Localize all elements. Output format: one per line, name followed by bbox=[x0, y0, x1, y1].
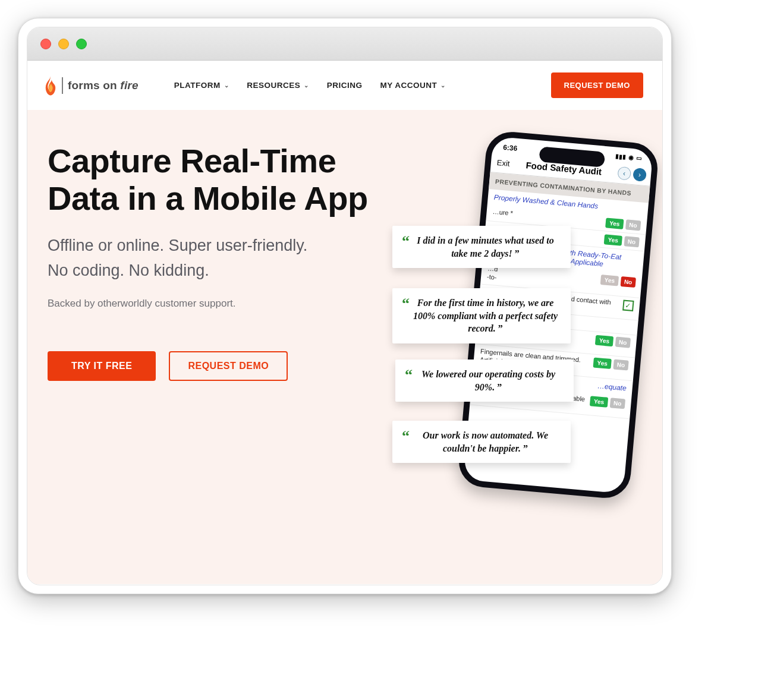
browser-titlebar bbox=[27, 27, 662, 61]
no-button[interactable]: No bbox=[620, 276, 636, 288]
yes-button[interactable]: Yes bbox=[604, 234, 622, 245]
hero-subtitle: Offline or online. Super user-friendly. … bbox=[48, 234, 380, 283]
no-button[interactable]: No bbox=[613, 360, 629, 371]
chevron-down-icon: ⌄ bbox=[441, 82, 446, 89]
hero-cta-row: TRY IT FREE REQUEST DEMO bbox=[48, 351, 380, 381]
chevron-down-icon: ⌄ bbox=[304, 82, 309, 89]
logo-text: forms on fire bbox=[68, 79, 139, 92]
nav-pricing[interactable]: PRICING bbox=[327, 81, 363, 90]
no-button[interactable]: No bbox=[624, 236, 640, 247]
nav-links: PLATFORM ⌄ RESOURCES ⌄ PRICING MY ACCOUN… bbox=[174, 81, 527, 90]
browser-frame-inner: forms on fire PLATFORM ⌄ RESOURCES ⌄ PRI… bbox=[27, 27, 663, 585]
testimonial-card: “ I did in a few minutes what used to ta… bbox=[392, 226, 571, 268]
hero-copy: Capture Real-Time Data in a Mobile App O… bbox=[48, 143, 380, 551]
window-minimize-icon[interactable] bbox=[58, 39, 69, 49]
request-demo-top-button[interactable]: REQUEST DEMO bbox=[551, 72, 643, 98]
testimonial-card: “ We lowered our operating costs by 90%. bbox=[395, 360, 574, 402]
logo-divider bbox=[62, 77, 63, 94]
quote-icon: “ bbox=[402, 431, 410, 455]
chevron-down-icon: ⌄ bbox=[224, 82, 229, 89]
nav-account[interactable]: MY ACCOUNT ⌄ bbox=[380, 81, 446, 90]
try-free-button[interactable]: TRY IT FREE bbox=[48, 351, 156, 381]
window-close-icon[interactable] bbox=[40, 39, 51, 49]
browser-frame-outer: forms on fire PLATFORM ⌄ RESOURCES ⌄ PRI… bbox=[18, 18, 672, 594]
nav-resources[interactable]: RESOURCES ⌄ bbox=[247, 81, 309, 90]
hero-title: Capture Real-Time Data in a Mobile App bbox=[48, 143, 380, 217]
wifi-icon: ◉ bbox=[628, 154, 634, 163]
yes-button[interactable]: Yes bbox=[590, 396, 608, 407]
testimonial-text: Our work is now automated. We couldn't b… bbox=[412, 429, 559, 455]
hero-support-text: Backed by otherworldly customer support. bbox=[48, 298, 380, 310]
testimonial-text: I did in a few minutes what used to take… bbox=[412, 234, 559, 260]
no-button[interactable]: No bbox=[609, 398, 625, 409]
no-button[interactable]: No bbox=[625, 219, 641, 231]
nav-resources-label: RESOURCES bbox=[247, 81, 300, 90]
testimonial-text: We lowered our operating costs by 90%. bbox=[415, 368, 562, 393]
window-maximize-icon[interactable] bbox=[76, 39, 87, 49]
yes-button[interactable]: Yes bbox=[595, 335, 613, 346]
request-demo-hero-button[interactable]: REQUEST DEMO bbox=[169, 351, 288, 381]
nav-platform-label: PLATFORM bbox=[174, 81, 221, 90]
battery-icon: ▭ bbox=[636, 154, 642, 163]
yes-button[interactable]: Yes bbox=[605, 217, 624, 229]
yes-button[interactable]: Yes bbox=[600, 275, 619, 286]
site-logo[interactable]: forms on fire bbox=[44, 75, 139, 96]
testimonial-card: “ For the first time in history, we are … bbox=[392, 288, 571, 343]
hero-section: Capture Real-Time Data in a Mobile App O… bbox=[27, 110, 662, 584]
yes-button[interactable]: Yes bbox=[593, 358, 612, 369]
flame-icon bbox=[44, 75, 57, 96]
phone-next-icon[interactable]: › bbox=[633, 168, 647, 182]
phone-time: 6:36 bbox=[503, 143, 518, 153]
phone-status-icons: ▮▮▮ ◉ ▭ bbox=[615, 153, 642, 163]
nav-account-label: MY ACCOUNT bbox=[380, 81, 438, 90]
testimonial-text: For the first time in history, we are 10… bbox=[412, 297, 559, 335]
checkbox-icon[interactable]: ✓ bbox=[622, 299, 634, 311]
nav-platform[interactable]: PLATFORM ⌄ bbox=[174, 81, 229, 90]
hero-illustration: 6:36 ▮▮▮ ◉ ▭ Exit Food Safety Audit ‹ bbox=[380, 143, 662, 551]
quote-icon: “ bbox=[402, 237, 410, 260]
testimonial-card: “ Our work is now automated. We couldn't… bbox=[392, 421, 571, 463]
site-nav: forms on fire PLATFORM ⌄ RESOURCES ⌄ PRI… bbox=[27, 61, 662, 110]
quote-icon: “ bbox=[402, 299, 410, 335]
nav-pricing-label: PRICING bbox=[327, 81, 363, 90]
phone-prev-icon[interactable]: ‹ bbox=[617, 166, 631, 181]
no-button[interactable]: No bbox=[615, 336, 631, 348]
phone-exit-button[interactable]: Exit bbox=[496, 158, 510, 168]
signal-icon: ▮▮▮ bbox=[615, 153, 627, 162]
quote-icon: “ bbox=[405, 370, 413, 393]
